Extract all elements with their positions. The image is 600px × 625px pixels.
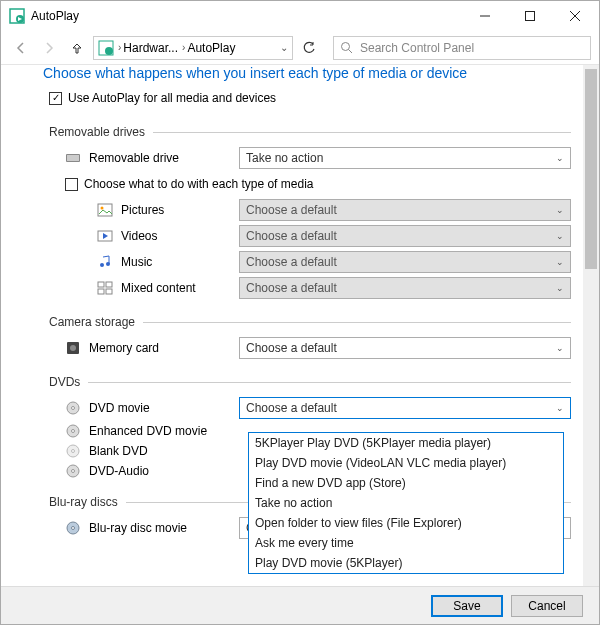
save-button[interactable]: Save [431, 595, 503, 617]
chevron-down-icon: ⌄ [556, 257, 564, 267]
breadcrumb-autoplay[interactable]: AutoPlay [187, 41, 235, 55]
breadcrumb-hardware[interactable]: Hardwar... [123, 41, 178, 55]
dropdown-option[interactable]: Find a new DVD app (Store) [249, 473, 563, 493]
mixed-content-icon [97, 280, 113, 296]
pictures-action-select[interactable]: Choose a default⌄ [239, 199, 571, 221]
dropdown-option[interactable]: Ask me every time [249, 533, 563, 553]
pictures-label: Pictures [121, 203, 239, 217]
svg-rect-20 [106, 289, 112, 294]
pictures-icon [97, 202, 113, 218]
music-action-select[interactable]: Choose a default⌄ [239, 251, 571, 273]
svg-point-8 [342, 42, 350, 50]
section-bluray: Blu-ray discs [49, 495, 118, 509]
nav-bar: ›Hardwar... ›AutoPlay ⌄ Search Control P… [1, 31, 599, 65]
memory-card-action-select[interactable]: Choose a default⌄ [239, 337, 571, 359]
address-bar[interactable]: ›Hardwar... ›AutoPlay ⌄ [93, 36, 293, 60]
music-icon [97, 254, 113, 270]
forward-button[interactable] [37, 36, 61, 60]
use-autoplay-checkbox[interactable]: ✓ [49, 92, 62, 105]
dvd-movie-icon [65, 400, 81, 416]
dropdown-option[interactable]: Take no action [249, 493, 563, 513]
autoplay-path-icon [98, 40, 114, 56]
svg-point-15 [100, 263, 104, 267]
svg-point-7 [105, 47, 113, 55]
search-input[interactable]: Search Control Panel [333, 36, 591, 60]
memory-card-label: Memory card [89, 341, 239, 355]
svg-rect-19 [98, 289, 104, 294]
memory-card-icon [65, 340, 81, 356]
svg-rect-12 [98, 204, 112, 216]
autoplay-app-icon [9, 8, 25, 24]
scrollbar-thumb[interactable] [585, 69, 597, 269]
chevron-right-icon: › [182, 42, 185, 53]
chevron-down-icon: ⌄ [556, 283, 564, 293]
dvd-movie-dropdown[interactable]: 5KPlayer Play DVD (5KPlayer media player… [248, 432, 564, 574]
mixed-content-label: Mixed content [121, 281, 239, 295]
svg-rect-17 [98, 282, 104, 287]
chevron-down-icon: ⌄ [556, 343, 564, 353]
content-area: Choose what happens when you insert each… [1, 65, 599, 586]
mixed-content-action-select[interactable]: Choose a default⌄ [239, 277, 571, 299]
dvd-movie-label: DVD movie [89, 401, 239, 415]
section-dvds: DVDs [49, 375, 80, 389]
dvd-audio-icon [65, 463, 81, 479]
maximize-button[interactable] [507, 2, 552, 30]
section-removable-drives: Removable drives [49, 125, 145, 139]
svg-point-22 [70, 345, 76, 351]
removable-drive-action-select[interactable]: Take no action⌄ [239, 147, 571, 169]
chevron-down-icon: ⌄ [556, 403, 564, 413]
minimize-button[interactable] [462, 2, 507, 30]
videos-label: Videos [121, 229, 239, 243]
removable-drive-label: Removable drive [89, 151, 239, 165]
dvd-movie-action-select[interactable]: Choose a default⌄ [239, 397, 571, 419]
window-title: AutoPlay [31, 9, 79, 23]
svg-point-32 [72, 527, 75, 530]
section-camera-storage: Camera storage [49, 315, 135, 329]
svg-point-26 [72, 430, 75, 433]
chevron-down-icon: ⌄ [556, 153, 564, 163]
footer: Save Cancel [1, 586, 599, 624]
svg-point-24 [72, 407, 75, 410]
chevron-right-icon: › [118, 42, 121, 53]
choose-each-type-label: Choose what to do with each type of medi… [84, 177, 313, 191]
dropdown-option[interactable]: Open folder to view files (File Explorer… [249, 513, 563, 533]
refresh-button[interactable] [297, 36, 321, 60]
svg-point-28 [72, 450, 75, 453]
videos-icon [97, 228, 113, 244]
cancel-button[interactable]: Cancel [511, 595, 583, 617]
svg-point-13 [101, 207, 104, 210]
up-button[interactable] [65, 36, 89, 60]
vertical-scrollbar[interactable] [583, 65, 599, 586]
svg-rect-3 [525, 12, 534, 21]
svg-point-30 [72, 470, 75, 473]
videos-action-select[interactable]: Choose a default⌄ [239, 225, 571, 247]
enhanced-dvd-label: Enhanced DVD movie [89, 424, 239, 438]
enhanced-dvd-icon [65, 423, 81, 439]
dvd-audio-label: DVD-Audio [89, 464, 239, 478]
search-icon [340, 41, 354, 55]
title-bar: AutoPlay [1, 1, 599, 31]
dropdown-option[interactable]: 5KPlayer Play DVD (5KPlayer media player… [249, 433, 563, 453]
page-heading: Choose what happens when you insert each… [43, 65, 571, 81]
dropdown-option[interactable]: Play DVD movie (VideoLAN VLC media playe… [249, 453, 563, 473]
music-label: Music [121, 255, 239, 269]
blank-dvd-label: Blank DVD [89, 444, 239, 458]
svg-rect-11 [67, 155, 79, 161]
svg-rect-18 [106, 282, 112, 287]
search-placeholder: Search Control Panel [360, 41, 474, 55]
bluray-movie-label: Blu-ray disc movie [89, 521, 239, 535]
close-button[interactable] [552, 2, 597, 30]
bluray-movie-icon [65, 520, 81, 536]
removable-drive-icon [65, 150, 81, 166]
svg-point-16 [106, 262, 110, 266]
choose-each-type-checkbox[interactable] [65, 178, 78, 191]
chevron-down-icon: ⌄ [556, 231, 564, 241]
blank-dvd-icon [65, 443, 81, 459]
dropdown-option[interactable]: Play DVD movie (5KPlayer) [249, 553, 563, 573]
back-button[interactable] [9, 36, 33, 60]
svg-line-9 [349, 49, 353, 53]
chevron-down-icon: ⌄ [556, 205, 564, 215]
use-autoplay-label: Use AutoPlay for all media and devices [68, 91, 276, 105]
chevron-down-icon[interactable]: ⌄ [280, 42, 288, 53]
